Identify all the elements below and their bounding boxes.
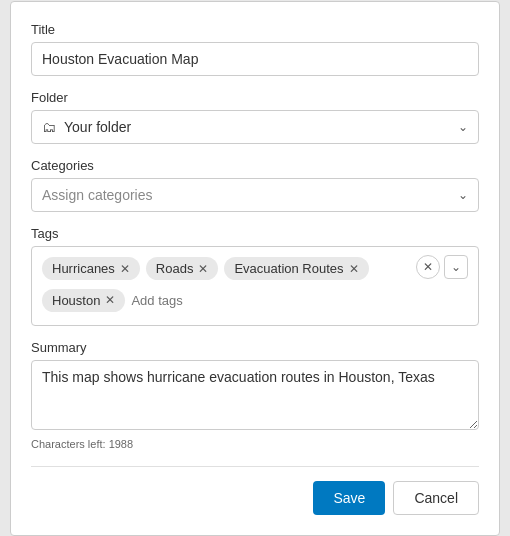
chars-left: Characters left: 1988 — [31, 438, 479, 450]
add-tags-input[interactable] — [131, 293, 468, 308]
folder-text: Your folder — [64, 119, 131, 135]
tags-second-row: Houston ✕ — [42, 289, 468, 312]
cancel-button[interactable]: Cancel — [393, 481, 479, 515]
folder-select-left: 🗂 Your folder — [42, 119, 131, 135]
categories-label: Categories — [31, 158, 479, 173]
tag-houston: Houston ✕ — [42, 289, 125, 312]
tag-roads-label: Roads — [156, 261, 194, 276]
tag-roads-remove[interactable]: ✕ — [198, 263, 208, 275]
tags-controls: ✕ ⌄ — [416, 255, 468, 279]
tag-hurricanes: Hurricanes ✕ — [42, 257, 140, 280]
tags-field-group: Tags Hurricanes ✕ Roads ✕ Evacuation Rou… — [31, 226, 479, 326]
categories-chevron-icon: ⌄ — [458, 188, 468, 202]
folder-field-group: Folder 🗂 Your folder ⌄ — [31, 90, 479, 144]
categories-select[interactable]: Assign categories ⌄ — [31, 178, 479, 212]
tags-chevron-button[interactable]: ⌄ — [444, 255, 468, 279]
tag-hurricanes-remove[interactable]: ✕ — [120, 263, 130, 275]
summary-label: Summary — [31, 340, 479, 355]
folder-icon: 🗂 — [42, 119, 56, 135]
tag-evacuation-routes-label: Evacuation Routes — [234, 261, 343, 276]
tag-houston-label: Houston — [52, 293, 100, 308]
categories-placeholder: Assign categories — [42, 187, 153, 203]
title-label: Title — [31, 22, 479, 37]
title-input[interactable] — [31, 42, 479, 76]
tag-houston-remove[interactable]: ✕ — [105, 294, 115, 306]
title-field-group: Title — [31, 22, 479, 76]
categories-field-group: Categories Assign categories ⌄ — [31, 158, 479, 212]
tag-hurricanes-label: Hurricanes — [52, 261, 115, 276]
dialog-container: Title Folder 🗂 Your folder ⌄ Categories … — [10, 1, 500, 536]
summary-field-group: Summary Characters left: 1988 — [31, 340, 479, 450]
folder-chevron-icon: ⌄ — [458, 120, 468, 134]
tags-clear-button[interactable]: ✕ — [416, 255, 440, 279]
folder-label: Folder — [31, 90, 479, 105]
tag-evacuation-routes-remove[interactable]: ✕ — [349, 263, 359, 275]
tag-roads: Roads ✕ — [146, 257, 219, 280]
save-button[interactable]: Save — [313, 481, 385, 515]
tags-row: Hurricanes ✕ Roads ✕ Evacuation Routes ✕… — [42, 255, 468, 283]
tags-label: Tags — [31, 226, 479, 241]
summary-textarea[interactable] — [31, 360, 479, 430]
dialog-footer: Save Cancel — [31, 466, 479, 515]
tags-container: Hurricanes ✕ Roads ✕ Evacuation Routes ✕… — [31, 246, 479, 326]
folder-select[interactable]: 🗂 Your folder ⌄ — [31, 110, 479, 144]
tag-evacuation-routes: Evacuation Routes ✕ — [224, 257, 368, 280]
